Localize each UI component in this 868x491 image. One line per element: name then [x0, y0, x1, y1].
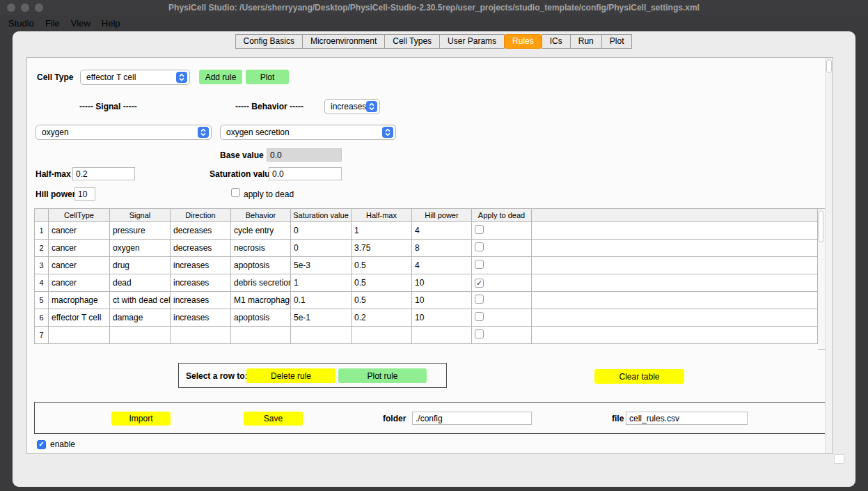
import-button[interactable]: Import: [111, 412, 171, 426]
tab-cell-types[interactable]: Cell Types: [384, 34, 440, 49]
tab-user-params[interactable]: User Params: [439, 34, 505, 49]
col-direction[interactable]: Direction: [171, 209, 231, 222]
cell-saturation[interactable]: 0: [291, 222, 352, 240]
cell-saturation[interactable]: 5e-3: [291, 257, 352, 274]
row-number[interactable]: 5: [35, 292, 49, 309]
cell-hill-power[interactable]: 4: [412, 257, 472, 274]
cell-signal[interactable]: pressure: [110, 222, 171, 240]
menu-view[interactable]: View: [65, 18, 96, 29]
plot-button[interactable]: Plot: [246, 70, 289, 84]
row-number[interactable]: 1: [35, 222, 49, 240]
cell-direction[interactable]: increases: [171, 274, 231, 292]
cell-hill-power[interactable]: 4: [412, 222, 472, 240]
cell-behavior[interactable]: [231, 327, 291, 344]
add-rule-button[interactable]: Add rule: [199, 70, 242, 84]
apply-to-dead-row-checkbox[interactable]: [475, 312, 484, 321]
table-row[interactable]: 1 cancer pressure decreases cycle entry …: [35, 222, 818, 240]
cell-type-select[interactable]: effector T cell: [80, 70, 190, 85]
col-saturation[interactable]: Saturation value: [291, 209, 352, 222]
cell-celltype[interactable]: macrophage: [49, 292, 110, 309]
tab-config-basics[interactable]: Config Basics: [235, 34, 303, 49]
delete-rule-button[interactable]: Delete rule: [246, 368, 336, 383]
cell-half-max[interactable]: 0.5: [352, 292, 412, 309]
saturation-value-input[interactable]: [269, 167, 342, 180]
cell-signal[interactable]: drug: [110, 257, 171, 274]
col-celltype[interactable]: CellType: [49, 209, 110, 222]
cell-signal[interactable]: oxygen: [110, 240, 171, 257]
tab-microenvironment[interactable]: Microenvironment: [302, 34, 385, 49]
row-number[interactable]: 7: [35, 327, 49, 344]
cell-behavior[interactable]: apoptosis: [231, 257, 291, 274]
menu-file[interactable]: File: [40, 18, 65, 29]
panel-scrollbar[interactable]: [825, 58, 833, 453]
cell-saturation[interactable]: 0.1: [291, 292, 352, 309]
cell-signal[interactable]: damage: [110, 309, 171, 327]
row-number[interactable]: 3: [35, 257, 49, 274]
cell-celltype[interactable]: cancer: [49, 240, 110, 257]
half-max-input[interactable]: [72, 167, 135, 180]
apply-to-dead-row-checkbox[interactable]: [475, 225, 484, 234]
cell-direction[interactable]: [171, 327, 231, 344]
save-button[interactable]: Save: [244, 412, 303, 426]
signal-select[interactable]: oxygen: [35, 125, 212, 140]
table-row[interactable]: 3 cancer drug increases apoptosis 5e-3 0…: [35, 257, 818, 274]
cell-behavior[interactable]: necrosis: [231, 240, 291, 257]
cell-saturation[interactable]: [291, 327, 352, 344]
table-row[interactable]: 7: [35, 327, 818, 344]
apply-to-dead-row-checkbox[interactable]: ✓: [475, 279, 484, 288]
cell-half-max[interactable]: 0.2: [352, 309, 412, 327]
cell-half-max[interactable]: 0.5: [352, 274, 412, 292]
folder-input[interactable]: [412, 412, 532, 425]
cell-hill-power[interactable]: [412, 327, 472, 344]
cell-hill-power[interactable]: 10: [412, 309, 472, 327]
cell-signal[interactable]: dead: [110, 274, 171, 292]
tab-run[interactable]: Run: [570, 34, 602, 49]
table-row[interactable]: 6 effector T cell damage increases apopt…: [35, 309, 818, 327]
file-input[interactable]: [626, 412, 748, 425]
apply-to-dead-row-checkbox[interactable]: [475, 329, 484, 338]
cell-celltype[interactable]: effector T cell: [49, 309, 110, 327]
cell-half-max[interactable]: 3.75: [352, 240, 412, 257]
col-half-max[interactable]: Half-max: [352, 209, 412, 222]
tab-plot[interactable]: Plot: [601, 34, 633, 49]
cell-hill-power[interactable]: 10: [412, 292, 472, 309]
cell-behavior[interactable]: debris secretion: [231, 274, 291, 292]
cell-signal[interactable]: ct with dead cell: [110, 292, 171, 309]
apply-to-dead-row-checkbox[interactable]: [475, 295, 484, 304]
cell-behavior[interactable]: M1 macrophage: [231, 292, 291, 309]
enable-checkbox[interactable]: ✓: [37, 440, 46, 449]
tab-rules[interactable]: Rules: [504, 34, 542, 49]
cell-behavior[interactable]: cycle entry: [231, 222, 291, 240]
cell-behavior[interactable]: apoptosis: [231, 309, 291, 327]
menu-help[interactable]: Help: [96, 18, 126, 29]
cell-celltype[interactable]: [49, 327, 110, 344]
behavior-select[interactable]: oxygen secretion: [220, 125, 396, 140]
cell-saturation[interactable]: 5e-1: [291, 309, 352, 327]
cell-celltype[interactable]: cancer: [49, 257, 110, 274]
cell-direction[interactable]: increases: [171, 257, 231, 274]
cell-hill-power[interactable]: 8: [412, 240, 472, 257]
col-hill-power[interactable]: Hill power: [412, 209, 472, 222]
cell-direction[interactable]: decreases: [171, 222, 231, 240]
cell-half-max[interactable]: 1: [352, 222, 412, 240]
cell-direction[interactable]: increases: [171, 292, 231, 309]
cell-half-max[interactable]: [352, 327, 412, 344]
plot-rule-button[interactable]: Plot rule: [338, 368, 427, 383]
direction-select[interactable]: increases: [324, 99, 380, 114]
hill-power-input[interactable]: [74, 187, 95, 201]
cell-saturation[interactable]: 1: [291, 274, 352, 292]
cell-celltype[interactable]: cancer: [49, 222, 110, 240]
cell-saturation[interactable]: 0: [291, 240, 352, 257]
cell-direction[interactable]: decreases: [171, 240, 231, 257]
col-signal[interactable]: Signal: [110, 209, 171, 222]
row-number[interactable]: 4: [35, 274, 49, 292]
tab-ics[interactable]: ICs: [542, 34, 571, 49]
table-row[interactable]: 4 cancer dead increases debris secretion…: [35, 274, 818, 292]
table-row[interactable]: 5 macrophage ct with dead cell increases…: [35, 292, 818, 309]
row-number[interactable]: 6: [35, 309, 49, 327]
clear-table-button[interactable]: Clear table: [594, 369, 684, 384]
table-row[interactable]: 2 cancer oxygen decreases necrosis 0 3.7…: [35, 240, 818, 257]
cell-hill-power[interactable]: 10: [412, 274, 472, 292]
cell-celltype[interactable]: cancer: [49, 274, 110, 292]
table-scrollbar-thumb[interactable]: [819, 210, 823, 242]
